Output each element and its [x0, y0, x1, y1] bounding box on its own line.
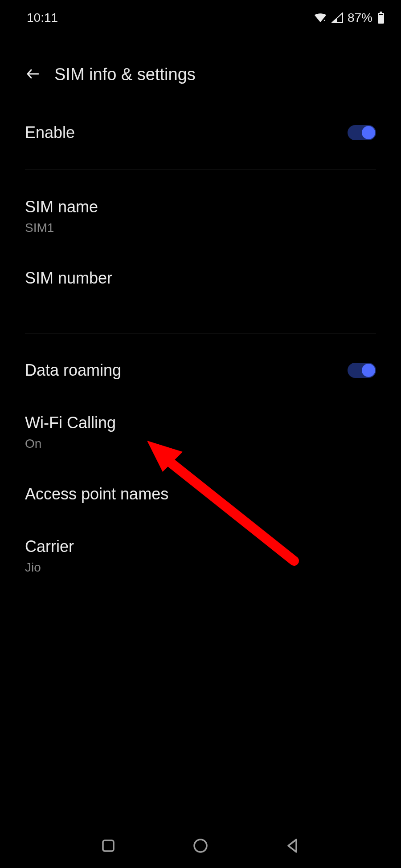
- carrier-value: Jio: [25, 560, 74, 575]
- enable-row[interactable]: Enable: [0, 106, 401, 159]
- sim-number-value: [25, 292, 112, 305]
- battery-percent: 87%: [348, 11, 372, 25]
- apn-row[interactable]: Access point names: [0, 468, 401, 520]
- page-title: SIM info & settings: [54, 65, 196, 84]
- divider: [25, 170, 376, 170]
- sim-name-label: SIM name: [25, 198, 98, 216]
- page-header: SIM info & settings: [0, 25, 401, 106]
- divider: [25, 333, 376, 333]
- svg-rect-3: [379, 14, 383, 15]
- battery-icon: [377, 12, 385, 24]
- data-roaming-toggle[interactable]: [348, 363, 376, 378]
- svg-rect-6: [103, 840, 114, 851]
- navigation-bar: [0, 838, 401, 856]
- data-roaming-label: Data roaming: [25, 361, 121, 380]
- status-time: 10:11: [27, 11, 58, 25]
- enable-label: Enable: [25, 123, 75, 142]
- wifi-calling-label: Wi-Fi Calling: [25, 414, 116, 432]
- sim-number-row[interactable]: SIM number: [0, 252, 401, 322]
- svg-rect-2: [380, 12, 382, 13]
- nav-recent-icon[interactable]: [100, 838, 116, 856]
- sim-name-value: SIM1: [25, 221, 98, 235]
- signal-icon: [331, 12, 343, 23]
- data-roaming-row[interactable]: Data roaming: [0, 344, 401, 397]
- back-arrow-icon[interactable]: [25, 66, 41, 84]
- wifi-icon: [314, 12, 327, 23]
- sim-number-label: SIM number: [25, 269, 112, 288]
- carrier-label: Carrier: [25, 537, 74, 556]
- carrier-row[interactable]: Carrier Jio: [0, 520, 401, 592]
- wifi-calling-value: On: [25, 437, 116, 451]
- nav-home-icon[interactable]: [192, 838, 209, 856]
- enable-toggle[interactable]: [348, 125, 376, 140]
- status-bar: 10:11 87%: [0, 0, 401, 25]
- svg-point-7: [194, 840, 207, 852]
- apn-label: Access point names: [25, 485, 168, 503]
- wifi-calling-row[interactable]: Wi-Fi Calling On: [0, 397, 401, 468]
- status-right: 87%: [314, 11, 385, 25]
- nav-back-icon[interactable]: [285, 838, 301, 856]
- sim-name-row[interactable]: SIM name SIM1: [0, 181, 401, 252]
